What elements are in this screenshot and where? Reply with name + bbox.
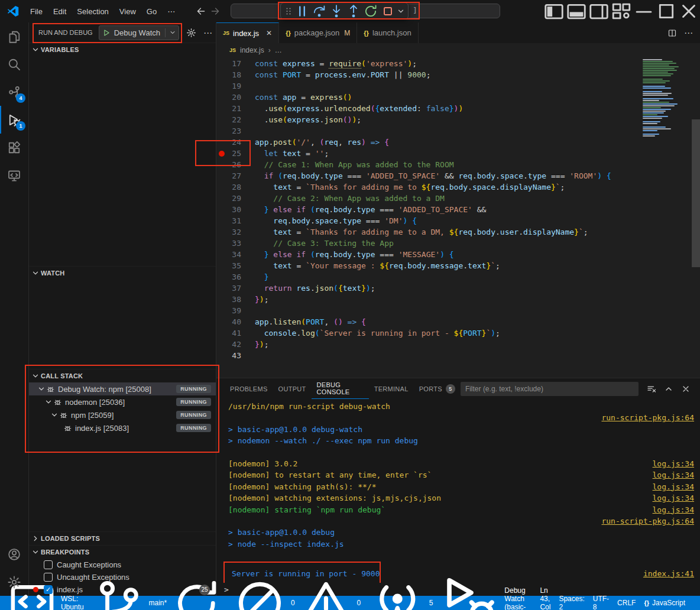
step-over-button[interactable] — [311, 4, 328, 18]
editor-gutter[interactable]: 27 — [216, 170, 242, 181]
editor-gutter[interactable]: 18 — [216, 69, 242, 80]
console-source-link[interactable]: run-script-pkg.js:64 — [601, 515, 694, 527]
layout-sidebar-left-icon[interactable] — [543, 0, 565, 22]
call-stack-section-header[interactable]: CALL STACK — [29, 369, 216, 382]
console-text[interactable]: [nodemon] to restart at any time, enter … — [228, 469, 432, 481]
code-line-24[interactable]: 24app.post('/', (req, res) => { — [216, 137, 700, 148]
debug-console-output[interactable]: /usr/bin/npm run-script debug-watchrun-s… — [216, 399, 700, 583]
maximize-panel-chevron-icon[interactable] — [664, 384, 673, 394]
breakpoint-row[interactable]: ✓index.js25 — [29, 583, 216, 596]
console-source-link[interactable]: log.js:34 — [653, 504, 694, 515]
activity-bar-item-accounts[interactable] — [0, 540, 28, 568]
console-text[interactable]: > basic-app@1.0.0 debug-watch — [228, 424, 362, 435]
breadcrumb-file[interactable]: index.js — [240, 46, 264, 54]
menu-item-more[interactable]: ⋯ — [162, 4, 180, 19]
code-line-26[interactable]: 26 // Case 1: When App was added to the … — [216, 159, 700, 170]
editor-gutter[interactable]: 38 — [216, 294, 242, 305]
breakpoint-checkbox[interactable]: ✓ — [44, 573, 53, 582]
customize-layout-icon[interactable] — [610, 0, 633, 22]
code-line-32[interactable]: 32 text = `Thanks for adding me to a DM,… — [216, 226, 700, 238]
code-line-31[interactable]: 31 req.body.space.type === 'DM') { — [216, 215, 700, 226]
code-line-18[interactable]: 18const PORT = process.env.PORT || 9000; — [216, 69, 700, 80]
git-branch-status[interactable]: main* — [88, 596, 228, 610]
menu-item-view[interactable]: View — [114, 4, 141, 19]
editor-gutter[interactable]: 19 — [216, 80, 242, 92]
layout-sidebar-right-icon[interactable] — [588, 0, 610, 22]
code-line-36[interactable]: 36 } — [216, 271, 700, 283]
split-editor-icon[interactable] — [667, 28, 677, 38]
editor-gutter[interactable]: 23 — [216, 125, 242, 137]
watch-body[interactable] — [29, 280, 216, 369]
eol-status[interactable]: CRLF — [613, 596, 640, 610]
forwarded-ports-status[interactable]: 5 — [365, 596, 437, 610]
activity-bar-item-extensions[interactable] — [0, 134, 28, 161]
tab-index-js[interactable]: JSindex.js✕ — [216, 22, 279, 43]
editor-gutter[interactable]: 29 — [216, 193, 242, 204]
code-line-25[interactable]: 25 let text = ''; — [216, 148, 700, 159]
code-editor[interactable]: 17const express = require('express');18c… — [216, 57, 700, 378]
code-line-41[interactable]: 41 console.log(`Server is running in por… — [216, 327, 700, 339]
console-filter-input[interactable] — [461, 382, 639, 396]
remote-indicator[interactable]: WSL: Ubuntu — [2, 596, 88, 610]
editor-gutter[interactable]: 41 — [216, 327, 242, 339]
code-line-21[interactable]: 21 .use(express.urlencoded({extended: fa… — [216, 103, 700, 114]
console-text[interactable]: > basic-app@1.0.0 debug — [228, 527, 335, 538]
code-line-34[interactable]: 34 } else if (req.body.type === 'MESSAGE… — [216, 249, 700, 260]
editor-gutter[interactable]: 26 — [216, 159, 242, 170]
chevron-down-icon[interactable] — [44, 398, 53, 406]
activity-bar-item-search[interactable] — [0, 50, 28, 78]
console-source-link[interactable]: log.js:34 — [653, 469, 694, 481]
call-stack-row[interactable]: npm [25059]RUNNING — [29, 408, 216, 421]
encoding-status[interactable]: UTF-8 — [589, 596, 613, 610]
breakpoint-row[interactable]: ✓Uncaught Exceptions — [29, 571, 216, 583]
editor-gutter[interactable]: 35 — [216, 260, 242, 271]
editor-scrollbar[interactable] — [692, 119, 700, 267]
menu-item-edit[interactable]: Edit — [48, 4, 72, 19]
editor-gutter[interactable]: 20 — [216, 92, 242, 103]
code-line-37[interactable]: 37 return res.json({text}); — [216, 283, 700, 294]
panel-tab-debug-console[interactable]: DEBUG CONSOLE — [312, 378, 369, 399]
code-line-35[interactable]: 35 text = `Your message : ${req.body.mes… — [216, 260, 700, 271]
pause-button[interactable] — [294, 4, 310, 18]
editor-gutter[interactable]: 42 — [216, 339, 242, 350]
code-line-38[interactable]: 38}); — [216, 294, 700, 305]
close-tab-icon[interactable]: ✕ — [266, 29, 272, 37]
breakpoint-checkbox[interactable]: ✓ — [44, 560, 53, 569]
debug-settings-gear-icon[interactable] — [186, 28, 196, 38]
call-stack-row[interactable]: index.js [25083]RUNNING — [29, 421, 216, 434]
code-line-22[interactable]: 22 .use(express.json()); — [216, 114, 700, 125]
console-text[interactable]: [nodemon] watching extensions: js,mjs,cj… — [228, 492, 441, 504]
views-more-actions-icon[interactable]: ⋯ — [203, 28, 213, 38]
breakpoints-section-header[interactable]: BREAKPOINTS — [29, 545, 216, 559]
notifications-bell-icon[interactable] — [689, 596, 698, 610]
variables-body[interactable] — [29, 56, 216, 266]
step-into-button[interactable] — [328, 4, 345, 18]
watch-section-header[interactable]: WATCH — [29, 266, 216, 280]
editor-gutter[interactable]: 28 — [216, 181, 242, 193]
maximize-button[interactable] — [655, 0, 678, 22]
language-mode-status[interactable]: {} JavaScript — [640, 596, 689, 610]
loaded-scripts-section-header[interactable]: LOADED SCRIPTS — [29, 531, 216, 545]
breadcrumb-symbol[interactable]: … — [275, 46, 282, 54]
activity-bar-item-source-control[interactable]: 4 — [0, 78, 28, 106]
editor-gutter[interactable]: 24 — [216, 137, 242, 148]
console-source-link[interactable]: log.js:34 — [653, 458, 694, 469]
code-line-39[interactable]: 39 — [216, 305, 700, 316]
editor-gutter[interactable]: 34 — [216, 249, 242, 260]
panel-tab-terminal[interactable]: TERMINAL — [369, 378, 414, 399]
chevron-down-icon[interactable] — [50, 411, 59, 419]
editor-gutter[interactable]: 17 — [216, 58, 242, 69]
console-text[interactable]: [nodemon] starting `npm run debug` — [228, 504, 385, 515]
clear-console-icon[interactable] — [647, 384, 656, 394]
code-line-43[interactable]: 43 — [216, 350, 700, 361]
editor-gutter[interactable]: 32 — [216, 226, 242, 238]
start-debugging-icon[interactable] — [103, 29, 111, 37]
chevron-down-icon[interactable] — [37, 385, 46, 393]
call-stack-row[interactable]: Debug Watch: npm [25008]RUNNING — [29, 382, 216, 395]
activity-bar-item-run-and-debug[interactable]: 1 — [0, 106, 28, 134]
editor-gutter[interactable]: 21 — [216, 103, 242, 114]
panel-tab-problems[interactable]: PROBLEMS — [225, 378, 273, 399]
editor-gutter[interactable]: 30 — [216, 204, 242, 215]
editor-gutter[interactable]: 31 — [216, 215, 242, 226]
call-stack-row[interactable]: nodemon [25036]RUNNING — [29, 395, 216, 408]
